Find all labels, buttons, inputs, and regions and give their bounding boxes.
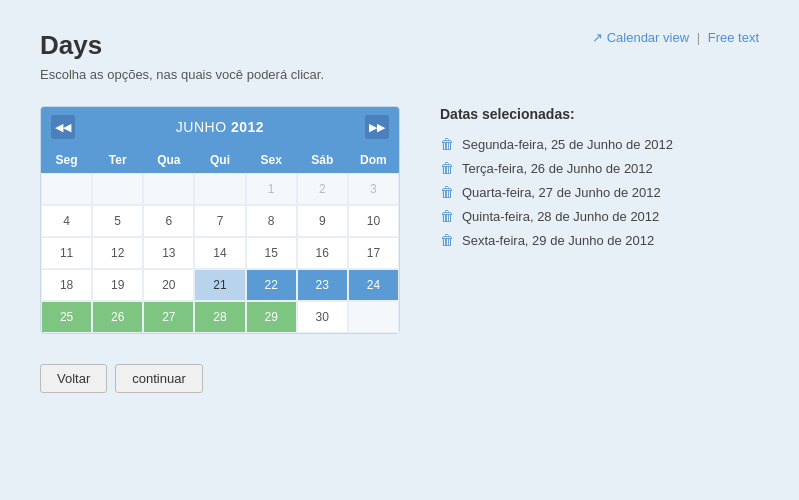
- day-cell[interactable]: 12: [92, 237, 143, 269]
- calendar-view-link[interactable]: ↗ Calendar view: [592, 30, 689, 45]
- selected-dates-title: Datas selecionadas:: [440, 106, 759, 122]
- day-cell[interactable]: 6: [143, 205, 194, 237]
- day-cell-23[interactable]: 23: [297, 269, 348, 301]
- day-cell-26[interactable]: 26: [92, 301, 143, 333]
- day-cell[interactable]: 5: [92, 205, 143, 237]
- list-item: 🗑 Terça-feira, 26 de Junho de 2012: [440, 160, 759, 176]
- day-cell[interactable]: 13: [143, 237, 194, 269]
- day-cell[interactable]: 19: [92, 269, 143, 301]
- day-cell[interactable]: 20: [143, 269, 194, 301]
- weekday-qua: Qua: [143, 147, 194, 173]
- weekday-sex: Sex: [246, 147, 297, 173]
- day-cell-21[interactable]: 21: [194, 269, 245, 301]
- calendar: ◀◀ JUNHO 2012 ▶▶ Seg Ter Qua Qui Sex Sáb…: [40, 106, 400, 334]
- list-item: 🗑 Segunda-feira, 25 de Junho de 2012: [440, 136, 759, 152]
- day-cell[interactable]: 1: [246, 173, 297, 205]
- day-cell[interactable]: 16: [297, 237, 348, 269]
- calendar-prev-button[interactable]: ◀◀: [51, 115, 75, 139]
- day-cell[interactable]: [143, 173, 194, 205]
- link-separator: |: [697, 30, 700, 45]
- list-item: 🗑 Sexta-feira, 29 de Junho de 2012: [440, 232, 759, 248]
- date-item-2: Terça-feira, 26 de Junho de 2012: [462, 161, 653, 176]
- day-cell-25[interactable]: 25: [41, 301, 92, 333]
- weekday-seg: Seg: [41, 147, 92, 173]
- day-cell-28[interactable]: 28: [194, 301, 245, 333]
- calendar-days: 1 2 3 4 5 6 7 8 9 10 11 12 13 14 15: [41, 173, 399, 333]
- trash-icon-3[interactable]: 🗑: [440, 184, 454, 200]
- continue-button[interactable]: continuar: [115, 364, 202, 393]
- day-cell-22[interactable]: 22: [246, 269, 297, 301]
- calendar-weekdays: Seg Ter Qua Qui Sex Sáb Dom: [41, 147, 399, 173]
- list-item: 🗑 Quinta-feira, 28 de Junho de 2012: [440, 208, 759, 224]
- day-cell[interactable]: 9: [297, 205, 348, 237]
- day-cell-24[interactable]: 24: [348, 269, 399, 301]
- day-cell-27[interactable]: 27: [143, 301, 194, 333]
- day-cell-30[interactable]: 30: [297, 301, 348, 333]
- day-cell[interactable]: 17: [348, 237, 399, 269]
- date-item-5: Sexta-feira, 29 de Junho de 2012: [462, 233, 654, 248]
- day-cell-29[interactable]: 29: [246, 301, 297, 333]
- day-cell[interactable]: 10: [348, 205, 399, 237]
- selected-dates-panel: Datas selecionadas: 🗑 Segunda-feira, 25 …: [440, 106, 759, 256]
- page-subtitle: Escolha as opções, nas quais você poderá…: [40, 67, 759, 82]
- weekday-ter: Ter: [92, 147, 143, 173]
- weekday-dom: Dom: [348, 147, 399, 173]
- day-cell[interactable]: 3: [348, 173, 399, 205]
- free-text-link[interactable]: Free text: [708, 30, 759, 45]
- back-button[interactable]: Voltar: [40, 364, 107, 393]
- day-cell[interactable]: 2: [297, 173, 348, 205]
- day-cell[interactable]: [41, 173, 92, 205]
- day-cell[interactable]: 7: [194, 205, 245, 237]
- trash-icon-4[interactable]: 🗑: [440, 208, 454, 224]
- date-item-3: Quarta-feira, 27 de Junho de 2012: [462, 185, 661, 200]
- buttons-row: Voltar continuar: [40, 364, 759, 393]
- day-cell[interactable]: [92, 173, 143, 205]
- day-cell[interactable]: 14: [194, 237, 245, 269]
- list-item: 🗑 Quarta-feira, 27 de Junho de 2012: [440, 184, 759, 200]
- calendar-next-button[interactable]: ▶▶: [365, 115, 389, 139]
- weekday-qui: Qui: [194, 147, 245, 173]
- day-cell[interactable]: 8: [246, 205, 297, 237]
- trash-icon-5[interactable]: 🗑: [440, 232, 454, 248]
- calendar-month-title: JUNHO 2012: [176, 119, 264, 135]
- date-item-4: Quinta-feira, 28 de Junho de 2012: [462, 209, 659, 224]
- day-cell[interactable]: [194, 173, 245, 205]
- day-cell[interactable]: 4: [41, 205, 92, 237]
- weekday-sab: Sáb: [297, 147, 348, 173]
- date-list: 🗑 Segunda-feira, 25 de Junho de 2012 🗑 T…: [440, 136, 759, 248]
- day-cell[interactable]: 18: [41, 269, 92, 301]
- day-cell[interactable]: 11: [41, 237, 92, 269]
- day-cell: [348, 301, 399, 333]
- date-item-1: Segunda-feira, 25 de Junho de 2012: [462, 137, 673, 152]
- trash-icon-1[interactable]: 🗑: [440, 136, 454, 152]
- day-cell[interactable]: 15: [246, 237, 297, 269]
- trash-icon-2[interactable]: 🗑: [440, 160, 454, 176]
